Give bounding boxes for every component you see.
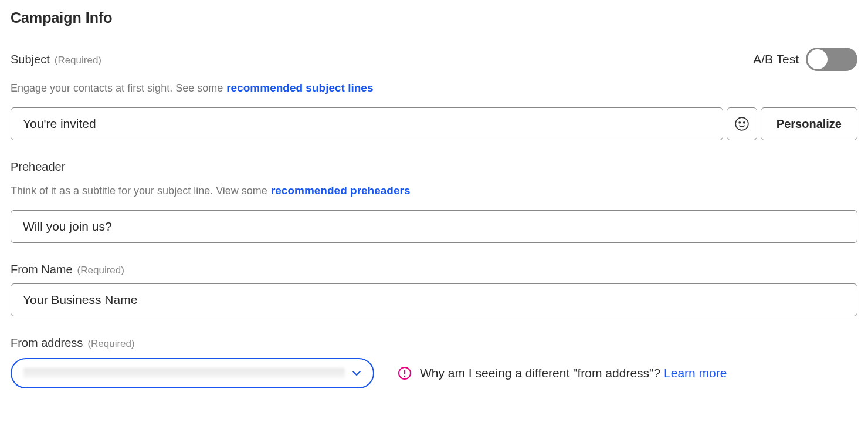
from-name-required-tag: (Required) [77,265,124,276]
preheader-input[interactable] [11,210,857,243]
from-name-section: From Name (Required) [11,263,857,316]
from-address-label: From address [11,336,83,350]
subject-helper-text: Engage your contacts at first sight. See… [11,82,223,94]
chevron-down-icon [352,370,361,376]
from-name-label: From Name [11,263,73,276]
svg-point-0 [735,117,748,130]
subject-required-tag: (Required) [55,55,101,66]
personalize-button[interactable]: Personalize [761,107,857,140]
preheader-helper-text: Think of it as a subtitle for your subje… [11,185,267,197]
recommended-preheaders-link[interactable]: recommended preheaders [271,184,411,197]
recommended-subject-lines-link[interactable]: recommended subject lines [226,82,373,94]
from-address-info-text: Why am I seeing a different "from addres… [420,366,660,380]
svg-point-2 [744,122,745,123]
from-name-input[interactable] [11,283,857,316]
from-address-section: From address (Required) Why am I seeing … [11,336,857,388]
subject-section: Subject (Required) A/B Test Engage your … [11,48,857,140]
learn-more-link[interactable]: Learn more [664,366,727,380]
ab-test-toggle[interactable] [806,48,857,71]
subject-label: Subject [11,53,50,66]
from-address-value-blurred [23,368,345,378]
alert-circle-icon [398,366,412,380]
preheader-label: Preheader [11,160,65,174]
preheader-section: Preheader Think of it as a subtitle for … [11,160,857,243]
from-address-info: Why am I seeing a different "from addres… [398,366,727,380]
emoji-button[interactable] [727,107,757,140]
svg-point-1 [739,122,740,123]
smiley-icon [734,116,750,131]
from-address-required-tag: (Required) [87,338,134,350]
subject-input[interactable] [11,107,723,140]
from-address-select[interactable] [11,358,374,388]
svg-point-5 [404,376,405,377]
ab-test-label: A/B Test [753,52,799,66]
page-title: Campaign Info [11,9,857,26]
